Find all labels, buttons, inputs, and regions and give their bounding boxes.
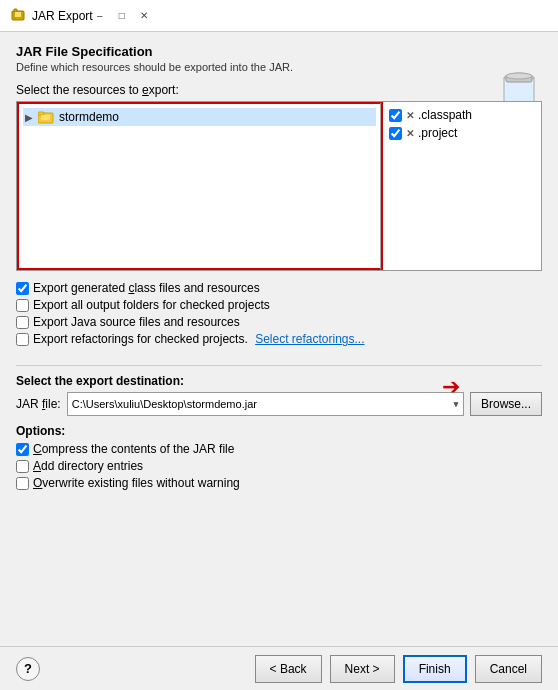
project-icon bbox=[38, 110, 54, 124]
options-section: Options: Compress the contents of the JA… bbox=[16, 424, 542, 493]
options-overwrite-row: Overwrite existing files without warning bbox=[16, 476, 542, 490]
jar-path-select-wrapper: C:\Users\xuliu\Desktop\stormdemo.jar ▼ ➔ bbox=[67, 392, 464, 416]
project-x-icon: ✕ bbox=[406, 128, 414, 139]
svg-rect-10 bbox=[41, 115, 50, 120]
overwrite-label: Overwrite existing files without warning bbox=[33, 476, 240, 490]
check-item-classpath[interactable]: ✕ .classpath bbox=[389, 106, 535, 124]
next-button[interactable]: Next > bbox=[330, 655, 395, 683]
option-row-0: Export generated class files and resourc… bbox=[16, 281, 542, 295]
export-output-folders-checkbox[interactable] bbox=[16, 299, 29, 312]
dialog-body: JAR File Specification Define which reso… bbox=[0, 32, 558, 646]
help-icon: ? bbox=[24, 661, 32, 676]
tree-item-label: stormdemo bbox=[59, 110, 119, 124]
check-item-project[interactable]: ✕ .project bbox=[389, 124, 535, 142]
back-button[interactable]: < Back bbox=[255, 655, 322, 683]
divider-1 bbox=[16, 365, 542, 366]
option-row-2: Export Java source files and resources bbox=[16, 315, 542, 329]
dest-section-label: Select the export destination: bbox=[16, 374, 542, 388]
svg-rect-2 bbox=[15, 12, 21, 17]
dest-row: JAR file: C:\Users\xuliu\Desktop\stormde… bbox=[16, 392, 542, 416]
maximize-button[interactable]: □ bbox=[115, 9, 129, 23]
option-row-3: Export refactorings for checked projects… bbox=[16, 332, 542, 346]
classpath-checkbox[interactable] bbox=[389, 109, 402, 122]
classpath-x-icon: ✕ bbox=[406, 110, 414, 121]
section-heading: JAR File Specification bbox=[16, 44, 542, 59]
titlebar: JAR Export – □ ✕ bbox=[0, 0, 558, 32]
export-options-area: Export generated class files and resourc… bbox=[16, 281, 542, 349]
export-class-files-checkbox[interactable] bbox=[16, 282, 29, 295]
titlebar-controls: – □ ✕ bbox=[93, 9, 151, 23]
export-output-folders-label: Export all output folders for checked pr… bbox=[33, 298, 270, 312]
directory-checkbox[interactable] bbox=[16, 460, 29, 473]
directory-label: Add directory entries bbox=[33, 459, 143, 473]
export-refactorings-label: Export refactorings for checked projects… bbox=[33, 332, 251, 346]
section-description: Define which resources should be exporte… bbox=[16, 61, 542, 73]
browse-button[interactable]: Browse... bbox=[470, 392, 542, 416]
svg-rect-9 bbox=[38, 112, 44, 115]
titlebar-title: JAR Export bbox=[32, 9, 93, 23]
right-pane: ✕ .classpath ✕ .project bbox=[381, 102, 541, 270]
export-refactorings-checkbox[interactable] bbox=[16, 333, 29, 346]
overwrite-checkbox[interactable] bbox=[16, 477, 29, 490]
classpath-label: .classpath bbox=[418, 108, 472, 122]
titlebar-icon bbox=[10, 6, 26, 25]
left-pane[interactable]: ▶ stormdemo bbox=[17, 102, 381, 270]
compress-checkbox[interactable] bbox=[16, 443, 29, 456]
resources-label: Select the resources to export: bbox=[16, 83, 542, 97]
expand-arrow-icon: ▶ bbox=[25, 112, 35, 123]
project-checkbox[interactable] bbox=[389, 127, 402, 140]
dest-section: Select the export destination: JAR file:… bbox=[16, 374, 542, 416]
tree-item-stormdemo[interactable]: ▶ stormdemo bbox=[23, 108, 376, 126]
project-label: .project bbox=[418, 126, 457, 140]
svg-rect-1 bbox=[14, 9, 17, 12]
resources-panel: ▶ stormdemo ✕ .classpath bbox=[16, 101, 542, 271]
options-title: Options: bbox=[16, 424, 542, 438]
finish-button[interactable]: Finish bbox=[403, 655, 467, 683]
cancel-button[interactable]: Cancel bbox=[475, 655, 542, 683]
export-java-source-label: Export Java source files and resources bbox=[33, 315, 240, 329]
help-button[interactable]: ? bbox=[16, 657, 40, 681]
options-directory-row: Add directory entries bbox=[16, 459, 542, 473]
options-compress-row: Compress the contents of the JAR file bbox=[16, 442, 542, 456]
jar-path-select[interactable]: C:\Users\xuliu\Desktop\stormdemo.jar bbox=[67, 392, 464, 416]
option-row-1: Export all output folders for checked pr… bbox=[16, 298, 542, 312]
minimize-button[interactable]: – bbox=[93, 9, 107, 23]
compress-label: Compress the contents of the JAR file bbox=[33, 442, 234, 456]
select-refactorings-link[interactable]: Select refactorings... bbox=[255, 332, 364, 346]
close-button[interactable]: ✕ bbox=[137, 9, 151, 23]
export-java-source-checkbox[interactable] bbox=[16, 316, 29, 329]
dialog-footer: ? < Back Next > Finish Cancel bbox=[0, 646, 558, 690]
export-class-files-label: Export generated class files and resourc… bbox=[33, 281, 260, 295]
svg-point-7 bbox=[506, 73, 532, 79]
jar-file-label: JAR file: bbox=[16, 397, 61, 411]
